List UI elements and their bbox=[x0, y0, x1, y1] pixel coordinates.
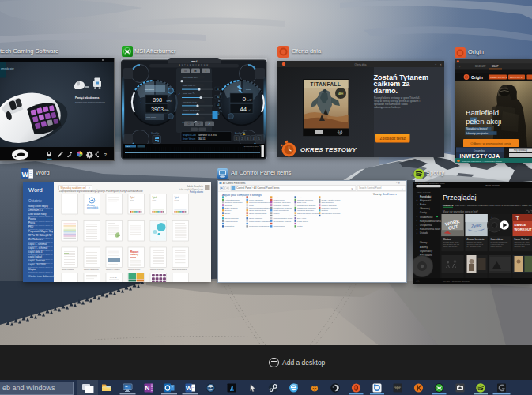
svg-text:4.3.0: 4.3.0 bbox=[126, 145, 130, 147]
svg-text:kuba.czaplicki@gmail.com: kuba.czaplicki@gmail.com bbox=[179, 188, 203, 191]
svg-text:tle. Sprawdź teraz.: tle. Sprawdź teraz. bbox=[466, 246, 481, 247]
svg-text:roczny: roczny bbox=[130, 253, 139, 256]
svg-text:Polaczenia programow: Polaczenia programow bbox=[248, 225, 269, 228]
svg-text:darmo.: darmo. bbox=[374, 87, 398, 95]
svg-text:SZUKAJ GRY ▾: SZUKAJ GRY ▾ bbox=[510, 76, 523, 77]
svg-text:Projekt Sieć: Projekt Sieć bbox=[150, 242, 161, 244]
svg-text:Zapisano profil w pamięci urzą: Zapisano profil w pamięci urządzenia bbox=[75, 101, 106, 103]
svg-text:Hity sprzedaży: Hity sprzedaży bbox=[513, 149, 527, 152]
svg-text:przewodnik: przewodnik bbox=[87, 206, 99, 209]
svg-text:Akwarelowe liście: Akwarelowe liście bbox=[106, 242, 122, 244]
svg-text:Konta: Konta bbox=[296, 225, 302, 228]
svg-text:Plik Edycja Widok Odtwarzan: Plik Edycja Widok Odtwarzanie Pomoc bbox=[415, 182, 446, 184]
svg-text:Papier milimetro...: Papier milimetro... bbox=[172, 242, 188, 244]
svg-text:Small icons ▾: Small icons ▾ bbox=[383, 193, 397, 196]
svg-text:Pamięć wbudowana: Pamięć wbudowana bbox=[75, 96, 100, 100]
svg-text:Rozszerzenia także: Rozszerzenia także bbox=[420, 228, 441, 231]
svg-text:Origin Gracze Pomoc: Origin Gracze Pomoc bbox=[462, 60, 481, 62]
svg-text:✔: ✔ bbox=[208, 122, 210, 126]
svg-text:Kreatywność: Kreatywność bbox=[128, 242, 140, 244]
svg-text:All Control Panel Items: All Control Panel Items bbox=[223, 182, 246, 185]
svg-text:Raport projektu: Raport projektu bbox=[150, 269, 164, 271]
svg-text:View by:: View by: bbox=[373, 193, 382, 196]
svg-text:WORKOUT: WORKOUT bbox=[514, 228, 532, 231]
svg-text:Przeglądaj: Przeglądaj bbox=[420, 195, 432, 198]
svg-text:Projekt krawędź: Projekt krawędź bbox=[150, 215, 165, 217]
svg-text:Origin: Origin bbox=[471, 74, 483, 79]
svg-text:Klawiatura: Klawiatura bbox=[224, 225, 234, 228]
svg-text:PROJEKT SIEĆ: PROJEKT SIEĆ bbox=[153, 238, 165, 239]
svg-text:3903: 3903 bbox=[151, 105, 164, 112]
svg-text:✖: ✖ bbox=[194, 70, 197, 73]
svg-text:Power Limit (%): Power Limit (%) bbox=[183, 85, 195, 86]
svg-text:Word: Word bbox=[28, 186, 43, 194]
svg-text:pełen akcji: pełen akcji bbox=[466, 117, 501, 126]
svg-text:3: 3 bbox=[247, 137, 249, 140]
svg-text:Raport roczny: Raport roczny bbox=[128, 269, 141, 271]
svg-text:WSZYSTKIE GATUNKI: WSZYSTKIE GATUNKI bbox=[489, 205, 510, 207]
svg-text:Czarty: Czarty bbox=[420, 211, 427, 214]
svg-text:Pobieranie zakończone — urucho: Pobieranie zakończone — uruchom grę Tita… bbox=[462, 160, 502, 162]
svg-text:TOP LISTY: TOP LISTY bbox=[455, 205, 466, 207]
svg-text:Core Clock: Core Clock bbox=[145, 88, 155, 91]
svg-text:Urządzenia: Urządzenia bbox=[420, 224, 432, 227]
svg-text:Obserwuj: Obserwuj bbox=[420, 207, 430, 210]
svg-text:Centrum sieci: Centrum sieci bbox=[273, 225, 285, 228]
svg-text:◁ ▷: ◁ ▷ bbox=[416, 280, 420, 283]
svg-text:EA: EA bbox=[338, 131, 341, 134]
svg-text:Spotify Premium: Spotify Premium bbox=[485, 184, 500, 186]
svg-text:mW: mW bbox=[247, 98, 251, 101]
svg-text:Temperature GPU ℃: Temperature GPU ℃ bbox=[243, 145, 262, 148]
svg-text:Wykonawcy: Wykonawcy bbox=[420, 250, 432, 253]
svg-text:0: 0 bbox=[243, 95, 247, 102]
svg-text:Kolejka odtwarzania: Kolejka odtwarzania bbox=[420, 220, 441, 223]
svg-text:dems: dems bbox=[153, 199, 156, 201]
svg-text:TWOJA MUZYKA: TWOJA MUZYKA bbox=[417, 238, 432, 239]
svg-text:Dance Workout: Dance Workout bbox=[514, 238, 529, 241]
svg-text:Przeglądaj: Przeglądaj bbox=[443, 194, 477, 201]
svg-text:Radio: Radio bbox=[420, 203, 426, 206]
svg-text:Rozwiazywanie problemow: Rozwiazywanie problemow bbox=[321, 215, 345, 217]
svg-text:NOWOŚCI I PREMIERY: NOWOŚCI I PREMIERY bbox=[467, 205, 489, 207]
svg-text:Core Voltage (mV): Core Voltage (mV) bbox=[183, 76, 198, 77]
svg-text:Dokumenty pakietu Office w Dro: Dokumenty pakietu Office w Drog Mój Dysk bbox=[28, 224, 66, 227]
svg-text:Zdobądź teraz: Zdobądź teraz bbox=[380, 137, 406, 141]
svg-text:Jakub Czaplicki: Jakub Czaplicki bbox=[187, 185, 203, 188]
svg-text:− ✕: − ✕ bbox=[396, 182, 401, 185]
svg-text:Aktywność: Aktywność bbox=[420, 199, 432, 202]
svg-text:Albumy: Albumy bbox=[420, 246, 428, 249]
svg-text:Profile: Profile bbox=[235, 131, 242, 134]
svg-text:WYKAZ: WYKAZ bbox=[110, 276, 117, 279]
svg-text:Mem Clock: Mem Clock bbox=[146, 116, 157, 118]
svg-text:Wiadomości: Wiadomości bbox=[420, 216, 433, 219]
svg-text:TITANFALL: TITANFALL bbox=[311, 81, 341, 87]
svg-text:WYBIEGI: WYBIEGI bbox=[448, 275, 457, 277]
svg-text:każdego dnia.: każdego dnia. bbox=[514, 246, 525, 247]
svg-text:MENU GŁÓWNE: MENU GŁÓWNE bbox=[417, 191, 431, 193]
svg-text:MHz: MHz bbox=[164, 108, 170, 111]
svg-text:W: W bbox=[21, 170, 28, 178]
svg-text:Control Panel › All Control: Control Panel › All Control Panel Items bbox=[236, 186, 280, 190]
svg-text:Listy: Listy bbox=[91, 190, 96, 193]
svg-text:⏻: ⏻ bbox=[184, 70, 187, 73]
svg-text:Zimowe brzmienia: Zimowe brzmienia bbox=[466, 238, 484, 241]
svg-text:Obszary: Obszary bbox=[84, 242, 92, 244]
svg-text:Plakat: Plakat bbox=[130, 275, 134, 276]
svg-text:Nowa notatka: Nowa notatka bbox=[62, 269, 74, 271]
svg-text:4: 4 bbox=[253, 137, 255, 140]
svg-text:O: O bbox=[188, 122, 191, 126]
svg-text:wieczory z muzyką w: wieczory z muzyką w bbox=[466, 243, 483, 245]
svg-text:5: 5 bbox=[258, 137, 260, 140]
svg-text:GeForce GTX 970: GeForce GTX 970 bbox=[198, 133, 217, 136]
svg-text:Driver Version: Driver Version bbox=[183, 137, 196, 140]
svg-text:DANCE: DANCE bbox=[514, 223, 526, 227]
svg-text:Memory Clock (MHz): Memory Clock (MHz) bbox=[183, 109, 200, 111]
svg-text:Battlefield: Battlefield bbox=[466, 108, 499, 117]
svg-text:StartUp: StartUp bbox=[151, 131, 160, 134]
svg-text:i odpoczywaj przy: i odpoczywaj przy bbox=[490, 243, 504, 245]
svg-text:Nota biznesowa: Nota biznesowa bbox=[172, 269, 187, 271]
svg-text:MOJE GRY: MOJE GRY bbox=[475, 65, 486, 68]
svg-text:MHz: MHz bbox=[167, 99, 172, 102]
svg-text:Zaproponowane wyszukiwania:: Zaproponowane wyszukiwania: bbox=[59, 190, 92, 193]
svg-text:Graphics Card: Graphics Card bbox=[183, 133, 196, 136]
